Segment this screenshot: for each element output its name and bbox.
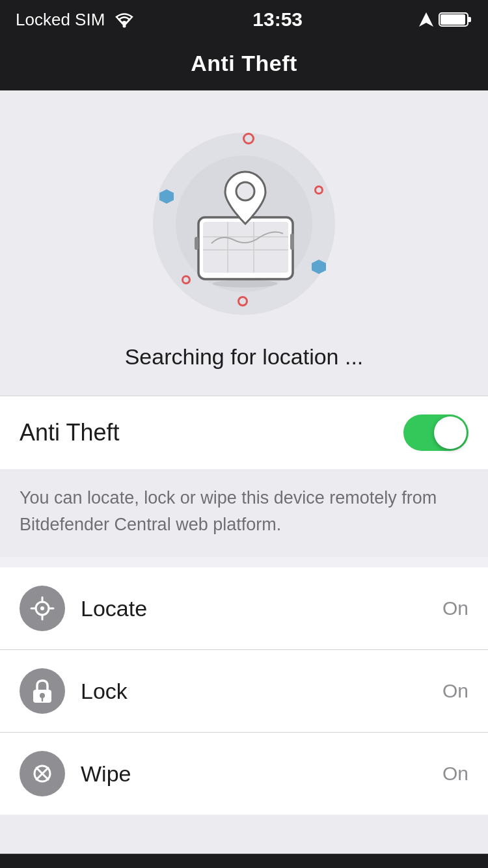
dot-bottom [237, 296, 248, 306]
bottom-spacer [0, 815, 488, 854]
locate-icon [30, 596, 55, 621]
hero-section: Searching for location ... [0, 90, 488, 396]
svg-point-16 [40, 606, 44, 610]
wipe-icon [31, 762, 54, 785]
searching-text: Searching for location ... [125, 344, 364, 370]
svg-rect-12 [290, 234, 294, 250]
lock-status: On [442, 680, 468, 702]
svg-rect-3 [468, 17, 471, 22]
tab-account-privacy[interactable]: Account Privacy [0, 865, 163, 868]
location-icon [419, 12, 433, 27]
toggle-knob [434, 416, 467, 449]
svg-point-13 [213, 280, 278, 288]
wipe-status: On [442, 763, 468, 785]
locate-status: On [442, 597, 468, 619]
wipe-label: Wipe [81, 761, 442, 787]
hero-illustration [146, 123, 342, 325]
anti-theft-toggle[interactable] [403, 414, 468, 451]
anti-theft-tab-icon [228, 865, 260, 868]
svg-point-14 [236, 182, 254, 200]
status-right [419, 11, 472, 28]
status-bar: Locked SIM 13:53 [0, 0, 488, 39]
tab-anti-theft[interactable]: Anti Theft [163, 865, 325, 868]
lock-row[interactable]: Lock On [0, 650, 488, 733]
wipe-row[interactable]: Wipe On [0, 733, 488, 815]
anti-theft-toggle-row: Anti Theft [0, 396, 488, 469]
dot-right [314, 185, 323, 195]
lock-icon [31, 678, 54, 704]
features-card: Locate On Lock On Wipe On [0, 567, 488, 815]
status-time: 13:53 [252, 8, 303, 31]
anti-theft-label: Anti Theft [20, 419, 119, 446]
locked-sim-text: Locked SIM [16, 10, 105, 30]
wifi-icon [113, 11, 136, 28]
svg-marker-1 [419, 12, 433, 27]
status-left: Locked SIM [16, 10, 136, 30]
page-header: Anti Theft [0, 39, 488, 90]
locate-row[interactable]: Locate On [0, 567, 488, 650]
wipe-icon-bg [20, 751, 65, 796]
me-tab-icon [390, 865, 423, 868]
phone-map-icon [176, 159, 312, 289]
svg-point-0 [123, 25, 126, 28]
battery-icon [439, 11, 472, 28]
lock-icon-bg [20, 668, 65, 714]
lock-label: Lock [81, 679, 442, 704]
locate-icon-bg [20, 586, 65, 631]
tab-bar: Account Privacy Anti Theft Me [0, 854, 488, 868]
locate-label: Locate [81, 596, 442, 621]
tab-me[interactable]: Me [325, 865, 488, 868]
dot-top [243, 133, 254, 144]
description-card: You can locate, lock or wipe this device… [0, 469, 488, 557]
description-text: You can locate, lock or wipe this device… [20, 485, 468, 537]
account-privacy-tab-icon [65, 865, 98, 868]
svg-rect-11 [195, 237, 198, 250]
svg-rect-6 [203, 222, 288, 273]
anti-theft-card: Anti Theft [0, 396, 488, 469]
page-title: Anti Theft [191, 51, 297, 75]
svg-rect-4 [441, 14, 465, 25]
